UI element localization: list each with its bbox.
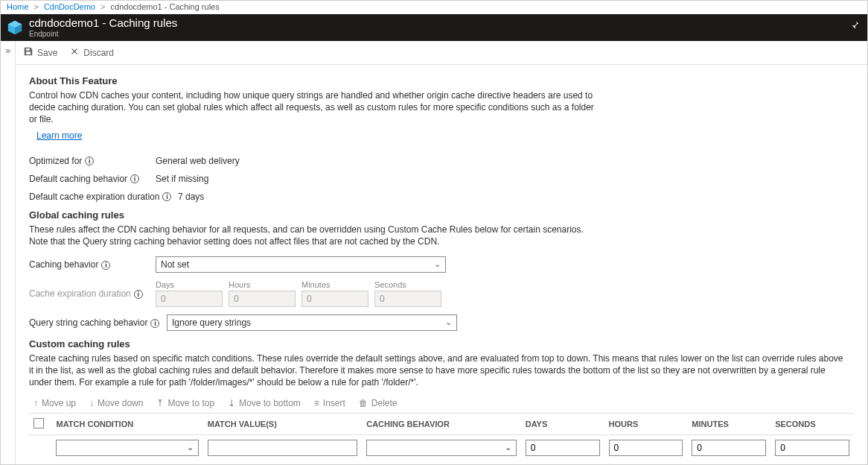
row-seconds-input[interactable] bbox=[775, 440, 849, 456]
caching-behavior-label: Caching behaviori bbox=[29, 259, 156, 270]
custom-heading: Custom caching rules bbox=[29, 338, 854, 349]
page-title: cdndocdemo1 - Caching rules bbox=[29, 17, 177, 30]
days-input[interactable] bbox=[156, 291, 223, 307]
custom-body: Create caching rules based on specific m… bbox=[29, 352, 848, 389]
discard-button[interactable]: Discard bbox=[69, 46, 114, 59]
save-label: Save bbox=[37, 48, 57, 58]
move-down-button[interactable]: ↓Move down bbox=[89, 398, 143, 408]
global-body: These rules affect the CDN caching behav… bbox=[29, 224, 595, 247]
delete-button[interactable]: 🗑Delete bbox=[359, 398, 398, 408]
about-heading: About This Feature bbox=[29, 75, 854, 86]
trash-icon: 🗑 bbox=[359, 398, 368, 408]
move-top-button[interactable]: ⤒Move to top bbox=[156, 398, 214, 408]
default-expiration-value: 7 days bbox=[178, 192, 204, 202]
info-icon[interactable]: i bbox=[134, 290, 143, 299]
breadcrumb-demo[interactable]: CdnDocDemo bbox=[44, 2, 95, 11]
default-expiration-label: Default cache expiration durationi bbox=[29, 192, 178, 202]
col-hours: HOURS bbox=[604, 413, 688, 434]
select-all-checkbox[interactable] bbox=[33, 418, 44, 428]
header-bar: cdndocdemo1 - Caching rules Endpoint bbox=[1, 14, 867, 41]
caching-behavior-value: Not set bbox=[161, 259, 189, 270]
discard-icon bbox=[69, 46, 80, 59]
optimized-for-label: Optimized fori bbox=[29, 156, 156, 166]
move-up-button[interactable]: ↑Move up bbox=[33, 398, 76, 408]
insert-button[interactable]: ≡Insert bbox=[314, 398, 345, 408]
endpoint-cube-icon bbox=[7, 19, 23, 36]
seconds-input[interactable] bbox=[374, 291, 441, 307]
hours-label: Hours bbox=[229, 280, 296, 289]
default-behavior-label: Default caching behaviori bbox=[29, 174, 156, 184]
caching-behavior-select[interactable]: Not set ⌄ bbox=[156, 256, 446, 273]
page-subtitle: Endpoint bbox=[29, 30, 177, 38]
rules-toolbar: ↑Move up ↓Move down ⤒Move to top ⤓Move t… bbox=[33, 398, 854, 408]
rules-table: MATCH CONDITION MATCH VALUE(S) CACHING B… bbox=[29, 413, 854, 461]
arrow-top-icon: ⤒ bbox=[156, 398, 164, 408]
breadcrumb: Home > CdnDocDemo > cdndocdemo1 - Cachin… bbox=[1, 1, 867, 14]
pin-icon[interactable] bbox=[849, 20, 860, 33]
col-seconds: SECONDS bbox=[770, 413, 854, 434]
move-bottom-button[interactable]: ⤓Move to bottom bbox=[228, 398, 301, 408]
chevron-down-icon: ⌄ bbox=[434, 259, 441, 269]
row-behavior-select[interactable]: ⌄ bbox=[366, 440, 516, 456]
info-icon[interactable]: i bbox=[130, 174, 139, 183]
arrow-up-icon: ↑ bbox=[33, 398, 38, 408]
minutes-label: Minutes bbox=[301, 280, 368, 289]
info-icon[interactable]: i bbox=[85, 156, 94, 165]
query-string-value: Ignore query strings bbox=[172, 317, 251, 328]
info-icon[interactable]: i bbox=[150, 319, 159, 328]
hours-input[interactable] bbox=[229, 291, 296, 307]
row-match-select[interactable]: ⌄ bbox=[56, 440, 198, 456]
info-icon[interactable]: i bbox=[101, 261, 110, 270]
seconds-label: Seconds bbox=[374, 280, 441, 289]
cache-expiration-label: Cache expiration durationi bbox=[29, 288, 156, 299]
learn-more-link[interactable]: Learn more bbox=[36, 130, 82, 141]
table-row: ⌄ ⌄ bbox=[29, 434, 854, 461]
row-values-input[interactable] bbox=[208, 440, 357, 456]
breadcrumb-home[interactable]: Home bbox=[7, 2, 28, 11]
row-minutes-input[interactable] bbox=[692, 440, 766, 456]
arrow-down-icon: ↓ bbox=[89, 398, 94, 408]
minutes-input[interactable] bbox=[301, 291, 368, 307]
col-behavior: CACHING BEHAVIOR bbox=[362, 413, 520, 434]
col-minutes: MINUTES bbox=[687, 413, 770, 434]
days-label: Days bbox=[156, 280, 223, 289]
query-string-select[interactable]: Ignore query strings ⌄ bbox=[167, 314, 457, 331]
breadcrumb-current: cdndocdemo1 - Caching rules bbox=[111, 2, 220, 11]
insert-icon: ≡ bbox=[314, 398, 319, 408]
col-days: DAYS bbox=[521, 413, 604, 434]
row-hours-input[interactable] bbox=[609, 440, 683, 456]
optimized-for-value: General web delivery bbox=[156, 156, 240, 166]
chevron-down-icon: ⌄ bbox=[445, 317, 452, 327]
default-behavior-value: Set if missing bbox=[156, 174, 208, 184]
info-icon[interactable]: i bbox=[162, 192, 171, 201]
breadcrumb-sep: > bbox=[100, 2, 105, 11]
save-button[interactable]: Save bbox=[23, 46, 57, 59]
query-string-label: Query string caching behaviori bbox=[29, 317, 167, 328]
save-icon bbox=[23, 46, 33, 59]
command-bar: Save Discard bbox=[16, 41, 867, 65]
row-days-input[interactable] bbox=[526, 440, 600, 456]
breadcrumb-sep: > bbox=[33, 2, 38, 11]
global-heading: Global caching rules bbox=[29, 209, 854, 221]
chevron-right-icon: » bbox=[5, 45, 10, 465]
about-body: Control how CDN caches your content, inc… bbox=[29, 89, 595, 126]
discard-label: Discard bbox=[83, 48, 114, 58]
arrow-bottom-icon: ⤓ bbox=[228, 398, 235, 408]
chevron-down-icon: ⌄ bbox=[187, 443, 194, 452]
col-match: MATCH CONDITION bbox=[51, 413, 202, 434]
col-values: MATCH VALUE(S) bbox=[203, 413, 362, 434]
chevron-down-icon: ⌄ bbox=[505, 443, 511, 452]
left-rail-expand[interactable]: » bbox=[1, 41, 16, 465]
